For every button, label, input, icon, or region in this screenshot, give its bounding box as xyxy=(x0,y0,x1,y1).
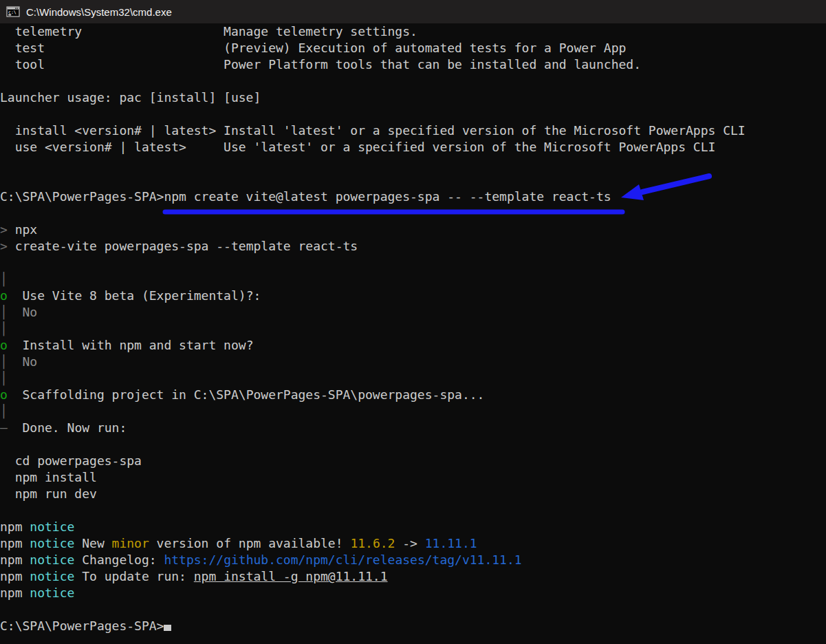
terminal-text-segment: Scaffolding project in C:\SPA\PowerPages… xyxy=(8,387,485,402)
terminal-text-segment: o xyxy=(0,338,8,352)
terminal-text-segment: npm xyxy=(0,536,30,550)
terminal-line: │ xyxy=(0,403,826,420)
terminal-text-segment: version of npm available! xyxy=(149,536,351,550)
terminal-line: test (Preview) Execution of automated te… xyxy=(0,40,826,56)
terminal-line: > npx xyxy=(0,222,826,238)
terminal-text-segment: 11.11.1 xyxy=(425,536,477,550)
terminal-text-segment: o xyxy=(0,288,8,303)
terminal-line xyxy=(0,436,826,453)
terminal-text-segment: Launcher usage: pac [install] [use] xyxy=(0,90,261,105)
terminal-line xyxy=(0,73,826,89)
terminal-text-segment: C:\SPA\PowerPages-SPA> xyxy=(0,619,164,633)
terminal-text-segment: │ xyxy=(0,305,8,319)
terminal-text-segment: npm xyxy=(0,569,30,583)
terminal-text-segment: 11.6.2 xyxy=(350,536,395,550)
terminal-line: use <version# | latest> Use 'latest' or … xyxy=(0,139,826,155)
terminal-line: npm notice To update run: npm install -g… xyxy=(0,568,826,585)
terminal-text-segment: npm install xyxy=(0,470,97,484)
terminal-text-segment: npx xyxy=(8,222,37,237)
terminal-text-segment: notice xyxy=(30,552,74,567)
terminal-text-segment: notice xyxy=(30,519,74,534)
terminal-text-segment: npm xyxy=(0,586,30,600)
terminal-text-segment: Changelog: xyxy=(74,552,164,567)
terminal-line: > create-vite powerpages-spa --template … xyxy=(0,238,826,255)
terminal-text-segment: > xyxy=(0,222,8,237)
terminal-text-segment: tool Power Platform tools that can be in… xyxy=(0,57,641,72)
terminal-text-segment: minor xyxy=(112,536,149,550)
terminal-line: C:\SPA\PowerPages-SPA>npm create vite@la… xyxy=(0,189,826,205)
terminal-text-segment: notice xyxy=(30,586,74,600)
window-title: C:\Windows\System32\cmd.exe xyxy=(26,6,172,18)
terminal-text-segment: │ xyxy=(0,272,8,286)
terminal-text-segment: npm xyxy=(0,552,30,567)
terminal-line: npm notice xyxy=(0,519,826,535)
terminal-line: npm notice Changelog: https://github.com… xyxy=(0,552,826,568)
terminal-text-segment: │ xyxy=(0,371,8,385)
terminal-text-segment: npm xyxy=(0,519,30,534)
terminal-text-segment: Done. Now run: xyxy=(8,420,127,435)
terminal-text-segment: No xyxy=(8,354,37,369)
terminal-line xyxy=(0,106,826,122)
terminal-line xyxy=(0,155,826,172)
terminal-text-segment: — xyxy=(0,420,8,435)
terminal-text-segment: To update run: xyxy=(74,569,193,583)
terminal-text-segment: https://github.com/npm/cli/releases/tag/… xyxy=(164,552,521,567)
terminal-line: │ xyxy=(0,321,826,337)
terminal-line: C:\SPA\PowerPages-SPA> xyxy=(0,618,826,634)
terminal-text-segment: create-vite powerpages-spa --template re… xyxy=(8,239,358,253)
terminal-text-segment: │ xyxy=(0,354,8,369)
terminal-line: tool Power Platform tools that can be in… xyxy=(0,56,826,73)
terminal-text-segment: Use Vite 8 beta (Experimental)?: xyxy=(8,288,261,303)
terminal-text-segment: │ xyxy=(0,321,8,336)
terminal-line: install <version# | latest> Install 'lat… xyxy=(0,122,826,139)
terminal-text-segment: use <version# | latest> Use 'latest' or … xyxy=(0,140,715,154)
terminal-line: npm notice xyxy=(0,585,826,601)
terminal-line xyxy=(0,172,826,189)
terminal-text-segment: │ xyxy=(0,404,8,418)
terminal-line: o Scaffolding project in C:\SPA\PowerPag… xyxy=(0,387,826,403)
terminal-text-segment: notice xyxy=(30,536,74,550)
terminal-line: │ xyxy=(0,271,826,288)
terminal-text-segment: Install with npm and start now? xyxy=(8,338,254,352)
terminal-lines: telemetry Manage telemetry settings. tes… xyxy=(0,23,826,634)
terminal-line: cd powerpages-spa xyxy=(0,453,826,469)
terminal-text-segment: > xyxy=(0,239,8,253)
terminal-text-segment: npm install -g npm@11.11.1 xyxy=(194,569,388,583)
terminal-text-segment: npm run dev xyxy=(0,486,97,501)
terminal-text-segment: -> xyxy=(395,536,424,550)
terminal-text-segment: o xyxy=(0,387,8,402)
terminal-text-segment: cd powerpages-spa xyxy=(0,453,142,468)
terminal-line: │ No xyxy=(0,354,826,370)
terminal-line: npm notice New minor version of npm avai… xyxy=(0,535,826,552)
terminal-line: telemetry Manage telemetry settings. xyxy=(0,23,826,40)
terminal-text-segment: test (Preview) Execution of automated te… xyxy=(0,41,626,55)
terminal-line: o Use Vite 8 beta (Experimental)?: xyxy=(0,288,826,304)
terminal-line: — Done. Now run: xyxy=(0,420,826,436)
window-titlebar[interactable]: c:\ C:\Windows\System32\cmd.exe xyxy=(0,0,826,23)
cmd-prompt-icon: c:\ xyxy=(6,5,20,19)
terminal-line xyxy=(0,601,826,618)
terminal-text-segment: No xyxy=(8,305,37,319)
terminal-line: │ xyxy=(0,370,826,387)
terminal-text-segment: notice xyxy=(30,569,74,583)
terminal-line xyxy=(0,502,826,519)
terminal-text-segment: C:\SPA\PowerPages-SPA>npm create vite@la… xyxy=(0,189,611,204)
terminal-line: o Install with npm and start now? xyxy=(0,337,826,354)
terminal-cursor xyxy=(164,625,171,631)
terminal-screen[interactable]: telemetry Manage telemetry settings. tes… xyxy=(0,23,826,644)
terminal-text-segment: telemetry Manage telemetry settings. xyxy=(0,24,417,39)
terminal-line: Launcher usage: pac [install] [use] xyxy=(0,89,826,106)
terminal-text-segment: install <version# | latest> Install 'lat… xyxy=(0,123,746,138)
terminal-line: npm run dev xyxy=(0,486,826,502)
terminal-line xyxy=(0,255,826,271)
terminal-line: npm install xyxy=(0,469,826,486)
terminal-line: │ No xyxy=(0,304,826,321)
terminal-line xyxy=(0,205,826,222)
svg-text:c:\: c:\ xyxy=(8,10,17,15)
terminal-text-segment: New xyxy=(74,536,111,550)
